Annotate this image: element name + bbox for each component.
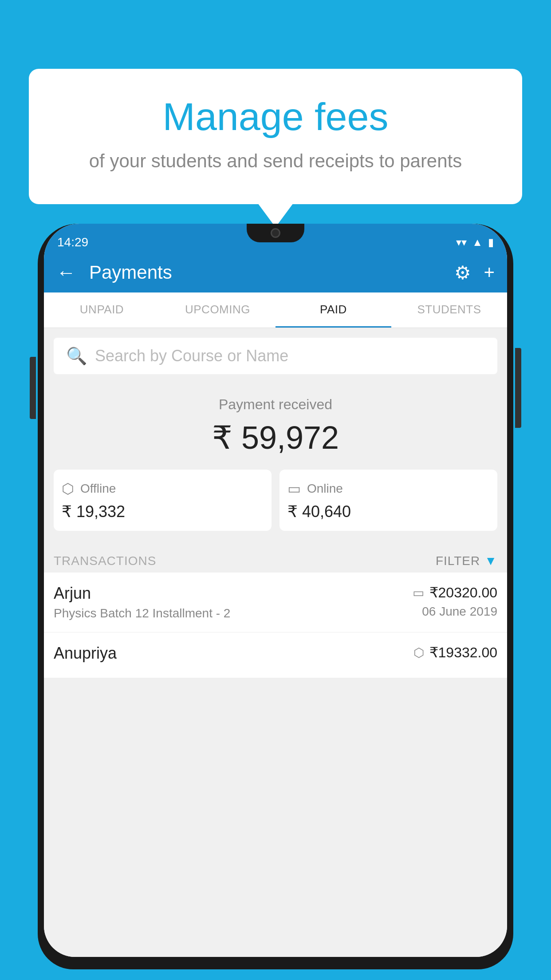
search-section: 🔍 Search by Course or Name: [44, 328, 507, 374]
header-title: Payments: [89, 262, 445, 283]
payment-cards: ⬡ Offline ₹ 19,332 ▭ Online: [54, 470, 497, 531]
payment-received-label: Payment received: [54, 396, 497, 413]
settings-icon[interactable]: ⚙: [454, 262, 471, 284]
online-payment-card: ▭ Online ₹ 40,640: [279, 470, 497, 531]
transaction-name: Arjun: [54, 584, 230, 603]
online-card-header: ▭ Online: [287, 480, 489, 497]
transaction-amount: ₹19332.00: [429, 644, 497, 661]
transactions-list: Arjun Physics Batch 12 Installment - 2 ▭…: [44, 573, 507, 678]
phone-mockup: 14:29 ▾▾ ▲ ▮ ← Payments ⚙ +: [38, 217, 513, 980]
front-camera: [271, 228, 280, 238]
search-icon: 🔍: [66, 346, 87, 366]
phone-outer: 14:29 ▾▾ ▲ ▮ ← Payments ⚙ +: [38, 224, 513, 969]
phone-screen: 14:29 ▾▾ ▲ ▮ ← Payments ⚙ +: [44, 224, 507, 957]
signal-icon: ▲: [472, 236, 483, 249]
tab-upcoming[interactable]: UPCOMING: [160, 292, 276, 328]
speech-bubble: Manage fees of your students and send re…: [29, 69, 522, 204]
app-header: ← Payments ⚙ +: [44, 253, 507, 292]
speech-bubble-container: Manage fees of your students and send re…: [29, 69, 522, 204]
content-area: 🔍 Search by Course or Name Payment recei…: [44, 328, 507, 957]
transactions-label: TRANSACTIONS: [54, 554, 156, 568]
offline-payment-card: ⬡ Offline ₹ 19,332: [54, 470, 272, 531]
tab-paid[interactable]: PAID: [276, 292, 391, 328]
offline-card-header: ⬡ Offline: [62, 480, 264, 497]
search-bar[interactable]: 🔍 Search by Course or Name: [54, 338, 497, 374]
card-payment-icon: ▭: [413, 585, 424, 600]
bubble-subtitle: of your students and send receipts to pa…: [60, 149, 491, 174]
transaction-right: ▭ ₹20320.00 06 June 2019: [413, 584, 497, 619]
phone-notch: [247, 224, 304, 242]
cash-payment-icon: ⬡: [413, 645, 424, 660]
table-row[interactable]: Anupriya ⬡ ₹19332.00: [44, 632, 507, 678]
transaction-right: ⬡ ₹19332.00: [413, 644, 497, 664]
online-amount: ₹ 40,640: [287, 502, 489, 521]
bubble-title: Manage fees: [60, 95, 491, 138]
offline-amount: ₹ 19,332: [62, 502, 264, 521]
online-icon: ▭: [287, 480, 301, 497]
transaction-detail: Physics Batch 12 Installment - 2: [54, 606, 230, 620]
header-actions: ⚙ +: [454, 262, 495, 284]
transaction-amount-row: ▭ ₹20320.00: [413, 584, 497, 601]
search-placeholder: Search by Course or Name: [95, 347, 288, 365]
filter-icon: ▼: [484, 554, 497, 568]
back-button[interactable]: ←: [56, 261, 76, 284]
transactions-header: TRANSACTIONS FILTER ▼: [44, 544, 507, 573]
tab-unpaid[interactable]: UNPAID: [44, 292, 160, 328]
status-icons: ▾▾ ▲ ▮: [456, 236, 494, 249]
transaction-date: 06 June 2019: [413, 605, 497, 619]
add-icon[interactable]: +: [484, 262, 495, 283]
filter-button[interactable]: FILTER ▼: [436, 554, 497, 568]
wifi-icon: ▾▾: [456, 236, 467, 249]
tabs-bar: UNPAID UPCOMING PAID STUDENTS: [44, 292, 507, 328]
filter-label: FILTER: [436, 554, 480, 568]
online-label: Online: [307, 482, 343, 496]
tab-students[interactable]: STUDENTS: [391, 292, 507, 328]
transaction-amount-row: ⬡ ₹19332.00: [413, 644, 497, 661]
status-time: 14:29: [57, 235, 88, 249]
offline-label: Offline: [80, 482, 116, 496]
payment-total-amount: ₹ 59,972: [54, 419, 497, 456]
transaction-amount: ₹20320.00: [429, 584, 497, 601]
battery-icon: ▮: [488, 236, 494, 249]
payment-summary: Payment received ₹ 59,972 ⬡ Offline ₹ 19…: [44, 374, 507, 544]
transaction-name: Anupriya: [54, 644, 117, 663]
transaction-left: Anupriya: [54, 644, 117, 666]
transaction-left: Arjun Physics Batch 12 Installment - 2: [54, 584, 230, 620]
offline-icon: ⬡: [62, 480, 74, 497]
table-row[interactable]: Arjun Physics Batch 12 Installment - 2 ▭…: [44, 573, 507, 632]
